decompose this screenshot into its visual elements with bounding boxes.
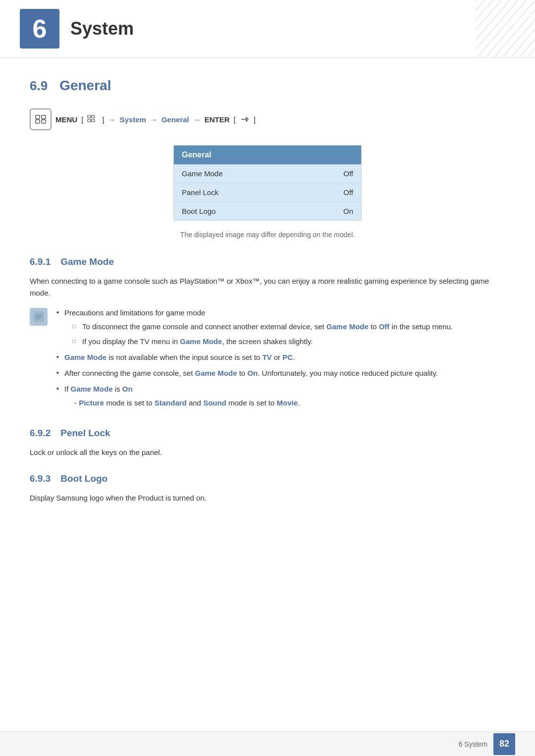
section-heading: 6.9 General — [30, 78, 505, 94]
page-footer: 6 System 82 — [0, 731, 535, 756]
kw-game-mode-4: Game Mode — [195, 369, 237, 377]
subsection-692-heading: 6.9.2 Penel Lock — [30, 428, 505, 439]
nav-enter-bracket-close: ] — [254, 115, 256, 124]
nav-bracket-open: [ — [81, 115, 83, 124]
footer-text: 6 System — [459, 740, 487, 748]
svg-rect-5 — [42, 120, 46, 123]
kw-movie: Movie — [277, 399, 298, 407]
nav-breadcrumb: MENU [ ] → System → General → ENTER [ ] — [30, 108, 505, 130]
section-title: General — [59, 78, 111, 94]
svg-rect-8 — [88, 119, 91, 122]
kw-standard: Standard — [155, 399, 187, 407]
game-mode-note-content: Precautions and limitations for game mod… — [55, 307, 505, 413]
note-bullet-unavailable: Game Mode is not available when the inpu… — [55, 352, 505, 363]
menu-item-game-mode: Game Mode Off — [174, 164, 361, 183]
subsection-691-body: When connecting to a game console such a… — [30, 275, 505, 299]
note-bullet-list: Precautions and limitations for game mod… — [55, 307, 505, 409]
menu-item-panel-lock-value: Off — [343, 188, 353, 197]
section-number: 6.9 — [30, 78, 48, 94]
page-header: 6 System — [0, 0, 535, 58]
nav-enter: ENTER — [205, 115, 230, 124]
svg-rect-9 — [92, 119, 95, 122]
menu-item-panel-lock-label: Panel Lock — [182, 188, 218, 197]
precaution-sub-1: To disconnect the game console and conne… — [72, 321, 505, 333]
note-bullet-if-game-mode: If Game Mode is On - Picture mode is set… — [55, 383, 505, 409]
nav-enter-bracket: [ — [234, 115, 236, 124]
chapter-number-box: 6 — [20, 9, 59, 49]
header-decoration — [476, 0, 535, 57]
nav-arrow-3: → — [193, 115, 201, 124]
nav-arrow-1: → — [108, 115, 116, 124]
kw-game-mode-1: Game Mode — [326, 322, 369, 331]
menu-item-game-mode-label: Game Mode — [182, 169, 223, 178]
general-menu-container: General Game Mode Off Panel Lock Off Boo… — [30, 145, 505, 221]
precautions-sub-list: To disconnect the game console and conne… — [72, 321, 505, 348]
game-mode-note-block: Precautions and limitations for game mod… — [30, 307, 505, 413]
menu-item-game-mode-value: Off — [343, 169, 353, 178]
kw-off-1: Off — [379, 322, 390, 331]
kw-game-mode-5: Game Mode — [71, 385, 113, 393]
chapter-title: System — [70, 18, 134, 39]
kw-on-1: On — [247, 369, 258, 377]
kw-game-mode-3: Game Mode — [64, 353, 107, 361]
menu-item-boot-logo: Boot Logo On — [174, 202, 361, 220]
svg-rect-6 — [88, 115, 91, 118]
picture-sound-note: - Picture mode is set to Standard and So… — [64, 397, 505, 409]
note-bullet-after-connect: After connecting the game console, set G… — [55, 367, 505, 379]
note-icon — [30, 308, 48, 326]
subsection-693-title: Boot Logo — [60, 473, 107, 484]
nav-bracket-close: ] — [102, 115, 104, 124]
menu-title: General — [174, 146, 361, 164]
nav-menu-grid-icon — [87, 115, 98, 124]
nav-general: General — [161, 115, 189, 124]
subsection-693-number: 6.9.3 — [30, 473, 51, 484]
kw-picture: Picture — [79, 399, 104, 407]
svg-rect-1 — [476, 0, 535, 57]
svg-rect-7 — [92, 115, 95, 118]
kw-tv: TV — [262, 353, 271, 361]
subsection-691-title: Game Mode — [60, 256, 114, 267]
nav-arrow-2: → — [150, 115, 158, 124]
menu-item-boot-logo-value: On — [343, 207, 353, 215]
svg-rect-2 — [36, 115, 40, 119]
subsection-693-heading: 6.9.3 Boot Logo — [30, 473, 505, 484]
svg-rect-4 — [36, 120, 40, 123]
subsection-693-body: Display Samsung logo when the Product is… — [30, 492, 505, 504]
general-menu-box: General Game Mode Off Panel Lock Off Boo… — [173, 145, 362, 221]
subsection-692-body: Lock or unlock all the keys on the panel… — [30, 447, 505, 458]
menu-icon — [30, 108, 52, 130]
subsection-692-title: Penel Lock — [60, 428, 110, 439]
main-content: 6.9 General MENU [ ] → System → General … — [0, 58, 535, 552]
subsection-691-heading: 6.9.1 Game Mode — [30, 256, 505, 267]
chapter-number: 6 — [33, 14, 47, 44]
menu-item-panel-lock: Panel Lock Off — [174, 183, 361, 202]
svg-rect-3 — [42, 115, 46, 119]
precautions-text: Precautions and limitations for game mod… — [64, 308, 205, 317]
precaution-sub-2: If you display the TV menu in Game Mode,… — [72, 336, 505, 348]
kw-game-mode-2: Game Mode — [180, 337, 222, 346]
nav-menu: MENU — [55, 115, 77, 124]
menu-caption: The displayed image may differ depending… — [30, 231, 505, 239]
footer-page-number: 82 — [493, 733, 515, 755]
note-bullet-precautions: Precautions and limitations for game mod… — [55, 307, 505, 348]
kw-sound: Sound — [203, 399, 226, 407]
kw-pc: PC — [282, 353, 293, 361]
menu-item-boot-logo-label: Boot Logo — [182, 207, 215, 215]
nav-system: System — [120, 115, 146, 124]
subsection-691-number: 6.9.1 — [30, 256, 51, 267]
subsection-692-number: 6.9.2 — [30, 428, 51, 439]
nav-enter-icon — [240, 115, 250, 123]
kw-on-2: On — [122, 385, 133, 393]
